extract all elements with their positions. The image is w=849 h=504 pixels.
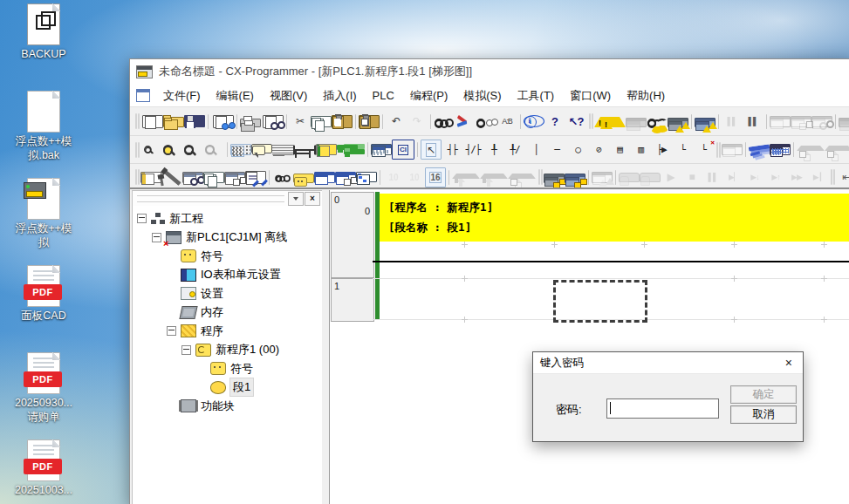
print-preview-icon[interactable] [263, 115, 284, 128]
build-icon[interactable] [162, 168, 181, 185]
pane-splitter[interactable] [322, 189, 329, 504]
symbol-comment-icon[interactable] [371, 144, 392, 155]
step-run-icon[interactable]: ▶▏ [723, 167, 744, 187]
close-icon[interactable]: × [782, 357, 796, 369]
address-cut-icon[interactable] [274, 172, 291, 182]
ok-button[interactable]: 确定 [730, 385, 797, 404]
simulator-online-icon[interactable] [565, 174, 585, 183]
tree-item-new-plc1[interactable]: 新PLC1[CJ1M] 离线 [133, 228, 322, 248]
rung-width-icon[interactable] [293, 145, 316, 155]
rung-comment-icon[interactable] [251, 144, 272, 153]
work-online-icon[interactable] [544, 174, 565, 183]
dialog-window-icon[interactable] [335, 172, 356, 183]
plc-error-icon[interactable] [668, 118, 688, 127]
substitute-icon[interactable]: A:B [496, 112, 517, 132]
pause-at-start-icon[interactable] [619, 173, 640, 182]
print-icon[interactable] [240, 119, 261, 127]
closed-coil-icon[interactable]: ⊘ [588, 140, 609, 160]
transfer-error-icon[interactable] [695, 118, 715, 127]
view-window-2-icon[interactable] [791, 116, 811, 127]
desktop-icon-backup[interactable]: BACKUP [3, 3, 84, 91]
force-set-icon[interactable] [452, 173, 480, 179]
expander-icon[interactable] [152, 233, 161, 242]
transfer-warn-icon[interactable] [626, 118, 647, 127]
zoom-out-icon[interactable] [182, 143, 203, 156]
undo-icon[interactable]: ↶ [386, 112, 407, 132]
coil-icon[interactable]: ○ [567, 140, 588, 160]
sim-window-icon[interactable] [592, 172, 613, 183]
stop-icon[interactable]: ■ [681, 167, 702, 187]
tree-item-section1[interactable]: 段1 [133, 378, 322, 398]
delete-line-icon[interactable]: └ [693, 140, 714, 160]
menu-item[interactable]: 窗口(W) [562, 85, 619, 106]
tree-item-settings[interactable]: 设置 [133, 284, 322, 303]
open-file-icon[interactable] [163, 117, 184, 127]
force-reset-icon[interactable] [480, 173, 508, 179]
menu-item[interactable]: 模拟(S) [455, 85, 509, 106]
desktop-icon-20251003[interactable]: PDF 20251003... [3, 439, 84, 504]
option-1-icon[interactable] [839, 118, 849, 127]
signed-decimal-icon[interactable]: 10 [404, 167, 425, 187]
compile-program-icon[interactable] [213, 115, 234, 128]
help-icon[interactable]: ? [544, 112, 565, 132]
find-error-icon[interactable] [647, 115, 668, 128]
review-changes-icon[interactable] [770, 144, 791, 155]
expander-icon[interactable] [137, 214, 147, 223]
local-window-icon[interactable] [224, 172, 245, 183]
hex-monitor-icon[interactable]: 16 [425, 167, 446, 187]
contact-no-icon[interactable]: ┤├ [442, 140, 462, 160]
watch-window-icon[interactable] [182, 172, 203, 183]
grid-toggle-icon[interactable] [230, 144, 251, 155]
tree-item-function-blocks[interactable]: 功能块 [133, 397, 322, 416]
info-icon[interactable] [524, 115, 544, 127]
desktop-icon-float-project[interactable]: 浮点数++模 拟 [3, 178, 84, 265]
rung-comment-block[interactable]: [程序名 : 新程序1] [段名称 : 段1] [380, 194, 849, 242]
step-into-icon[interactable]: ▶↓ [744, 167, 765, 187]
fb-invocation-icon[interactable]: ├▶ [651, 140, 672, 160]
send-changes-icon[interactable] [749, 144, 770, 151]
view-window-1-icon[interactable] [770, 116, 791, 127]
rung-0-margin[interactable]: 0 0 [331, 192, 374, 278]
tree-item-io-table[interactable]: IO表和单元设置 [133, 266, 322, 285]
save-icon[interactable] [184, 115, 205, 127]
window-titlebar[interactable]: 未命名標題 - CX-Programmer - [新PLC1.新程序1.段1 [… [130, 59, 849, 84]
paste-icon[interactable] [332, 115, 353, 128]
tree-item-new-project[interactable]: 新工程 [133, 209, 322, 228]
redo-icon[interactable]: ↷ [407, 112, 428, 132]
cut-icon[interactable]: ✂ [290, 112, 311, 132]
menu-item[interactable]: 帮助(H) [619, 85, 673, 106]
continuous-step-icon[interactable]: ▶▶ [786, 167, 807, 187]
context-help-icon[interactable]: ↖? [565, 112, 586, 132]
find-symbol-icon[interactable] [476, 115, 496, 128]
properties-icon[interactable] [245, 171, 266, 184]
address-reference-icon[interactable] [293, 174, 314, 183]
find-icon[interactable] [434, 115, 455, 128]
ladder-column-icon[interactable] [316, 144, 337, 155]
step-out-icon[interactable]: ▶↑ [765, 167, 786, 187]
transfer-symbol-1-icon[interactable] [797, 145, 825, 151]
replace-icon[interactable] [455, 115, 476, 128]
cross-reference-icon[interactable] [203, 172, 224, 183]
decimal-monitor-icon[interactable]: 10 [383, 167, 404, 187]
instruction-dual-icon[interactable]: ▥ [630, 140, 651, 160]
select-mode-icon[interactable]: ↖ [421, 140, 442, 160]
menu-item[interactable]: 编辑(E) [209, 85, 262, 106]
instruction-icon[interactable]: ▤ [609, 140, 630, 160]
expander-icon[interactable] [181, 345, 191, 355]
dialog-titlebar[interactable]: 键入密码 × [533, 352, 803, 374]
paste-special-icon[interactable] [359, 115, 380, 128]
monitor-window-icon[interactable] [314, 172, 335, 183]
io-multipoint-icon[interactable] [356, 172, 377, 182]
or-contact-nc-icon[interactable]: ╀/ [504, 140, 525, 160]
ladder-editor[interactable]: 0 0 1 [程序名 : 新程序1] [段名称 : 段1] [329, 190, 849, 504]
desktop-icon-float-bak[interactable]: 浮点数++模 拟.bak [3, 91, 84, 178]
horizontal-line-icon[interactable]: ─ [546, 140, 567, 160]
differential-monitor-icon[interactable]: ⇤ [836, 167, 849, 187]
pause-sim-icon[interactable]: ▌▌ [702, 167, 723, 187]
or-contact-no-icon[interactable]: ╀ [483, 140, 504, 160]
mnemonics-view-icon[interactable] [337, 145, 358, 150]
connect-line-icon[interactable]: └ [672, 140, 693, 160]
tree-item-programs[interactable]: 程序 [133, 322, 322, 341]
run-icon[interactable]: ▶ [661, 167, 681, 187]
pause-monitor-icon[interactable]: ▌▌ [722, 112, 743, 132]
